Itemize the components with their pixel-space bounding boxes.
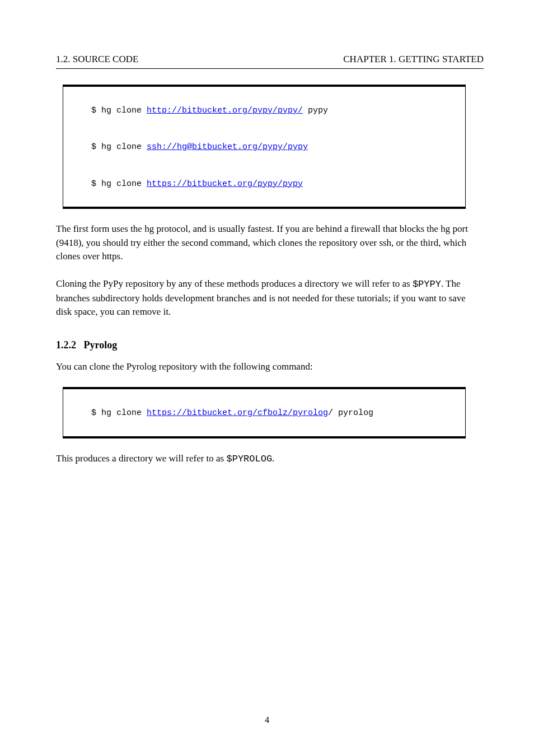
body-text: Cloning the PyPy repository by any of th… xyxy=(56,278,413,289)
section-heading: 1.2.2 Pyrolog xyxy=(56,339,484,351)
body-text: This produces a directory we will refer … xyxy=(56,453,226,464)
section-number: 1.2.2 xyxy=(56,339,76,351)
body-text: . xyxy=(272,453,274,464)
body-paragraph: You can clone the Pyrolog repository wit… xyxy=(56,360,484,374)
section-title: Pyrolog xyxy=(84,339,118,351)
code-text: pypy xyxy=(303,106,328,115)
pypy-http-link[interactable]: http://bitbucket.org/pypy/pypy/ xyxy=(147,106,303,115)
header-left: 1.2. SOURCE CODE xyxy=(56,53,138,65)
code-text: $ hg clone xyxy=(91,179,147,189)
pypy-https-link[interactable]: https://bitbucket.org/pypy/pypy xyxy=(147,179,303,189)
header-rule xyxy=(56,68,484,69)
header-right: CHAPTER 1. GETTING STARTED xyxy=(138,53,484,65)
body-paragraph: The first form uses the hg protocol, and… xyxy=(56,222,484,264)
body-paragraph: This produces a directory we will refer … xyxy=(56,452,484,466)
code-box-pyrolog-clone: $ hg clone https://bitbucket.org/cfbolz/… xyxy=(63,387,466,438)
inline-code: $PYPY xyxy=(413,279,441,290)
inline-code: $PYROLOG xyxy=(226,454,272,464)
code-box-pypy-clone: $ hg clone http://bitbucket.org/pypy/pyp… xyxy=(63,85,466,209)
page-number: 4 xyxy=(0,715,534,725)
code-text: $ hg clone xyxy=(91,106,147,115)
code-text: $ hg clone xyxy=(91,142,147,152)
code-text: $ hg clone xyxy=(91,408,147,418)
pypy-ssh-link[interactable]: ssh://hg@bitbucket.org/pypy/pypy xyxy=(147,142,308,152)
pyrolog-link[interactable]: https://bitbucket.org/cfbolz/pyrolog xyxy=(147,408,328,418)
running-header: 1.2. SOURCE CODE CHAPTER 1. GETTING STAR… xyxy=(56,53,484,65)
body-paragraph: Cloning the PyPy repository by any of th… xyxy=(56,277,484,319)
code-text: / pyrolog xyxy=(328,408,373,418)
